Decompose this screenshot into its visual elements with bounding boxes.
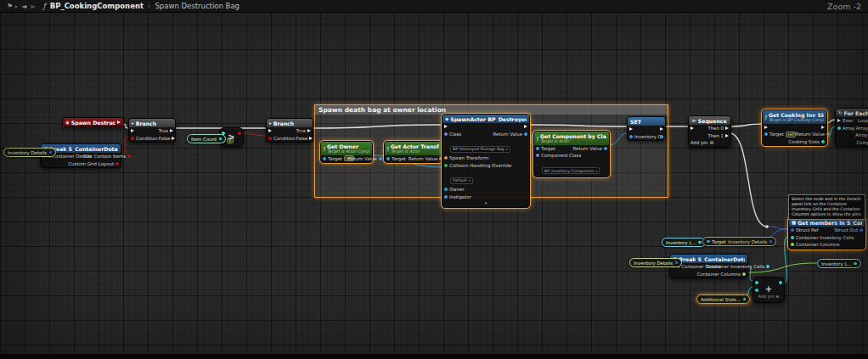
- inventory-c--pin[interactable]: [629, 135, 633, 138]
- container-inventory-cells-pin[interactable]: [766, 265, 769, 268]
- output-pin[interactable]: [743, 298, 747, 301]
- graph-canvas[interactable]: Spawn death bag at owner locationSelect …: [0, 0, 868, 359]
- container-inventory-cells-pin[interactable]: [791, 236, 794, 239]
- wire-5[interactable]: [242, 133, 268, 136]
- output-pin[interactable]: [49, 151, 53, 154]
- node-header[interactable]: ▸Branch: [129, 119, 175, 127]
- output-pin[interactable]: [854, 262, 857, 266]
- target-pin[interactable]: [323, 157, 326, 160]
- struct-out-pin[interactable]: [860, 228, 863, 232]
- exec-in-pin[interactable]: [837, 119, 841, 122]
- wire-13[interactable]: [730, 124, 764, 126]
- node-header[interactable]: ◆SpawnActor BP_Destroyed Storage Bag: [442, 115, 529, 123]
- array-pin[interactable]: [837, 126, 841, 130]
- add-pin-icon[interactable]: ⊕: [710, 140, 714, 145]
- class-pin[interactable]: [444, 132, 448, 136]
- reroute-node-0[interactable]: [765, 225, 769, 228]
- node-header[interactable]: ↻For Each Loop: [836, 109, 868, 117]
- exec-out-pin[interactable]: [307, 129, 311, 132]
- data-pin[interactable]: [660, 135, 663, 138]
- data-pin[interactable]: [755, 289, 758, 292]
- node-sequence[interactable]: ≫SequenceThen 0Then 1Add pin⊕: [688, 115, 731, 148]
- container-columns-pin[interactable]: [742, 272, 746, 276]
- pill-inventory-details-b[interactable]: Inventory Details: [629, 258, 682, 267]
- node-branch-1[interactable]: ▸BranchTrueConditionFalse: [128, 118, 176, 143]
- wire-15[interactable]: [767, 227, 788, 229]
- output-pin[interactable]: [675, 261, 679, 265]
- pill-inventory-l-b[interactable]: Inventory L...: [817, 259, 861, 268]
- node-get-owner[interactable]: ƒGet OwnerTarget is Actor ComponentTarge…: [320, 141, 373, 163]
- exec-out-pin[interactable]: [170, 129, 173, 132]
- target-pin[interactable]: [386, 157, 390, 160]
- owner-pin[interactable]: [444, 188, 448, 191]
- note-details-panel[interactable]: Select the node and in the Details panel…: [788, 194, 865, 220]
- exec-in-pin[interactable]: [131, 129, 134, 132]
- condition-pin[interactable]: [131, 137, 134, 140]
- exec-out-pin[interactable]: [117, 121, 121, 124]
- target-pin[interactable]: [536, 147, 539, 150]
- data-pin[interactable]: [238, 132, 241, 135]
- node-branch-2[interactable]: ▸BranchTrueConditionFalse: [266, 118, 313, 143]
- return-value-pin[interactable]: [826, 132, 830, 136]
- struct-ref-pin[interactable]: [791, 228, 794, 232]
- return-value-pin[interactable]: [379, 157, 382, 160]
- collision-handling-override-pin[interactable]: [444, 164, 448, 167]
- wire-6[interactable]: [311, 125, 443, 128]
- node-set-inventory-component[interactable]: SETInventory C...: [627, 116, 666, 141]
- pill-inventory-details-a[interactable]: Inventory Details: [3, 148, 56, 157]
- node-header[interactable]: SET: [628, 117, 665, 126]
- output-pin[interactable]: [219, 137, 223, 141]
- chevron-down-icon[interactable]: ▾: [14, 0, 17, 13]
- node-get-actor-transform[interactable]: ƒGet Actor TransformTarget is ActorTarge…: [384, 141, 442, 163]
- exec-out-pin[interactable]: [821, 126, 825, 129]
- pill-additional-slots[interactable]: Additional Slots...: [696, 294, 750, 304]
- node-event-spawn-destruction-bag[interactable]: ◉Spawn Destruction Bag: [62, 117, 124, 127]
- back-arrow-icon[interactable]: ◄: [21, 0, 26, 13]
- input-pin[interactable]: [707, 240, 710, 244]
- bookmark-icon[interactable]: ⚑: [7, 0, 13, 13]
- breadcrumb-parent[interactable]: BP_CookingComponent: [50, 2, 144, 10]
- exec-in-pin[interactable]: [444, 125, 448, 128]
- exec-out-pin[interactable]: [660, 127, 663, 131]
- node-header[interactable]: ƒGet OwnerTarget is Actor Component: [321, 142, 372, 155]
- exec-out-pin[interactable]: [524, 125, 527, 128]
- return-value-pin[interactable]: [524, 132, 527, 136]
- exec-in-pin[interactable]: [268, 129, 272, 132]
- node-header[interactable]: ≫Sequence: [689, 116, 730, 125]
- class-dropdown[interactable]: BP Destroyed Storage Bag▾: [450, 146, 510, 153]
- wire-9[interactable]: [528, 125, 628, 126]
- exec-out-pin[interactable]: [725, 126, 729, 130]
- pill-inventory-l-a[interactable]: Inventory L...: [662, 238, 706, 247]
- component-class-pin[interactable]: [536, 154, 539, 157]
- exec-out-pin[interactable]: [309, 137, 313, 140]
- node-get-members-in-s-containerdetails[interactable]: ■Get members in S_ContainerDetailsStruct…: [788, 217, 865, 250]
- node-header[interactable]: ▸Branch: [267, 119, 313, 127]
- spawn-transform-pin[interactable]: [444, 156, 448, 160]
- wire-14[interactable]: [730, 133, 767, 227]
- add-pin-button[interactable]: Add pin ⊕: [753, 294, 784, 300]
- pill-item-count[interactable]: Item Count: [187, 134, 226, 143]
- can-contain-items-pin[interactable]: [127, 154, 131, 158]
- wire-11[interactable]: [608, 133, 628, 145]
- return-value-pin[interactable]: [604, 147, 607, 150]
- exec-in-pin[interactable]: [764, 126, 768, 129]
- custom-grid-layout-pin[interactable]: [116, 162, 119, 165]
- node-add[interactable]: +Add pin ⊕: [752, 277, 785, 303]
- instigator-pin[interactable]: [444, 195, 448, 199]
- node-spawnactor-bp-destroyed-storage-bag[interactable]: ◆SpawnActor BP_Destroyed Storage BagClas…: [442, 114, 530, 208]
- exec-in-pin[interactable]: [690, 126, 694, 130]
- exec-out-pin[interactable]: [725, 134, 729, 137]
- node-header[interactable]: ƒGet Component by ClassTarget is Actor: [534, 132, 609, 145]
- container-columns-pin[interactable]: [791, 243, 794, 246]
- node-get-component-by-class[interactable]: ƒGet Component by ClassTarget is ActorTa…: [533, 131, 610, 177]
- node-for-each-loop[interactable]: ↻For Each LoopExecLoop BodyArrayArray El…: [835, 108, 868, 147]
- component-class-dropdown[interactable]: BP_Inventory Component▾: [542, 167, 600, 174]
- target-pin[interactable]: [764, 132, 768, 136]
- collision-handling-dropdown[interactable]: Default▾: [450, 177, 473, 184]
- node-header[interactable]: ƒGet Actor TransformTarget is Actor: [385, 142, 442, 155]
- data-pin[interactable]: [755, 281, 758, 284]
- output-pin[interactable]: [698, 241, 702, 244]
- pill-target-inventory-details[interactable]: TargetInventory Details: [702, 237, 776, 246]
- node-get-cooking-inv-slots[interactable]: ƒGet Cooking Inv SlotsTarget is BP Cooki…: [762, 109, 827, 146]
- forward-arrow-icon[interactable]: ►: [31, 0, 36, 13]
